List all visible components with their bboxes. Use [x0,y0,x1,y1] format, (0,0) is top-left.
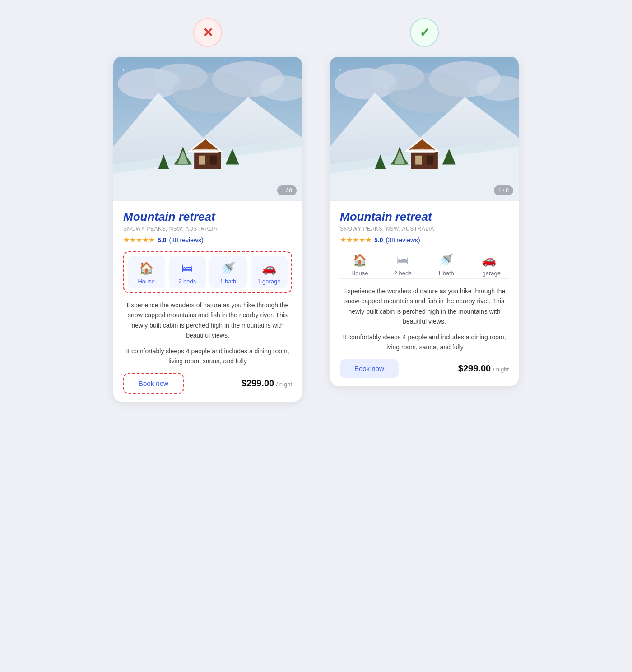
good-description-2: It comfortably sleeps 4 people and inclu… [340,332,509,352]
bad-amenity-beds-label: 2 beds [178,278,196,285]
bad-card-column: ✕ [113,18,302,402]
bad-rating-reviews: (38 reviews) [169,236,203,244]
good-price-unit: / night [493,366,509,373]
good-card-footer: Book now $299.00 / night [330,352,519,386]
bad-amenity-house-label: House [138,278,155,285]
good-stars: ★★★★★ [340,236,372,244]
house-icon-bad: 🏠 [139,261,153,275]
bad-card-footer: Book now $299.00 / night [113,366,302,402]
good-amenity-bath: 🚿 1 bath [426,253,466,277]
bad-description-1: Experience the wonders of nature as you … [123,300,292,341]
good-amenity-bath-label: 1 bath [438,270,454,277]
bad-price-block: $299.00 / night [242,378,292,389]
bad-price-amount: $299.00 [242,378,274,388]
bad-property-location: SNOWY PEAKS, NSW, AUSTRALIA [123,226,292,232]
good-rating-row: ★★★★★ 5.0 (38 reviews) [340,236,509,244]
bad-amenity-beds: 🛏 2 beds [169,256,206,288]
bad-book-button[interactable]: Book now [123,373,184,394]
good-card-body: Mountain retreat SNOWY PEAKS, NSW, AUSTR… [330,201,519,352]
page-wrapper: ✕ [68,18,564,402]
good-amenity-garage: 🚗 1 garage [469,253,509,277]
good-rating-score: 5.0 [374,236,383,244]
svg-rect-32 [427,156,433,165]
garage-icon-bad: 🚗 [262,261,276,275]
svg-rect-29 [411,151,438,169]
bad-card: ← 1 / 8 Mountain retreat SNOWY PEAKS, NS… [113,56,302,402]
good-indicator: ✓ [410,18,439,47]
bad-amenity-bath: 🚿 1 bath [209,256,247,288]
bed-icon-bad: 🛏 [181,261,193,275]
bad-card-image-wrapper: ← 1 / 8 [113,56,302,201]
house-icon-good: 🏠 [353,253,367,267]
good-amenity-house-label: House [351,270,368,277]
svg-rect-9 [194,151,221,169]
bad-amenities: 🏠 House 🛏 2 beds 🚿 1 bath 🚗 [123,251,292,293]
good-card-image-wrapper: ← 1 / 8 [330,56,519,201]
good-card-column: ✓ [330,18,519,386]
svg-point-34 [406,149,438,153]
bad-indicator: ✕ [193,18,222,47]
good-property-title: Mountain retreat [340,210,509,224]
good-price-amount: $299.00 [458,363,491,373]
cards-row: ✕ [68,18,564,402]
svg-rect-31 [415,156,422,165]
good-amenity-garage-label: 1 garage [478,270,501,277]
back-arrow-bad[interactable]: ← [121,64,130,75]
bad-price-unit: / night [276,381,292,388]
bad-amenity-garage: 🚗 1 garage [251,256,288,288]
bad-description-2: It comfortably sleeps 4 people and inclu… [123,346,292,366]
good-amenity-house: 🏠 House [340,253,380,277]
good-description-1: Experience the wonders of nature as you … [340,286,509,327]
back-arrow-good[interactable]: ← [337,64,347,75]
bath-icon-bad: 🚿 [221,261,235,275]
bad-amenity-house: 🏠 House [128,256,165,288]
image-counter-bad: 1 / 8 [277,185,297,195]
good-rating-reviews: (38 reviews) [386,236,420,244]
good-amenity-beds-label: 2 beds [394,270,412,277]
good-amenity-beds: 🛏 2 beds [383,253,423,277]
image-counter-good: 1 / 8 [494,185,513,195]
bath-icon-good: 🚿 [439,253,453,267]
bad-property-title: Mountain retreat [123,210,292,224]
bad-amenity-garage-label: 1 garage [257,278,280,285]
bad-stars: ★★★★★ [123,236,155,244]
bad-rating-score: 5.0 [158,236,166,244]
bad-rating-row: ★★★★★ 5.0 (38 reviews) [123,236,292,244]
good-property-location: SNOWY PEAKS, NSW, AUSTRALIA [340,226,509,232]
bed-icon-good: 🛏 [397,253,409,267]
garage-icon-good: 🚗 [482,253,496,267]
good-price-block: $299.00 / night [458,363,509,374]
svg-rect-11 [199,156,205,165]
good-book-button[interactable]: Book now [340,359,399,378]
bad-amenity-bath-label: 1 bath [220,278,236,285]
good-amenities: 🏠 House 🛏 2 beds 🚿 1 bath 🚗 [340,251,509,279]
svg-rect-12 [210,156,217,165]
bad-card-body: Mountain retreat SNOWY PEAKS, NSW, AUSTR… [113,201,302,366]
good-card: ← 1 / 8 Mountain retreat SNOWY PEAKS, NS… [330,56,519,386]
svg-point-14 [190,149,221,153]
